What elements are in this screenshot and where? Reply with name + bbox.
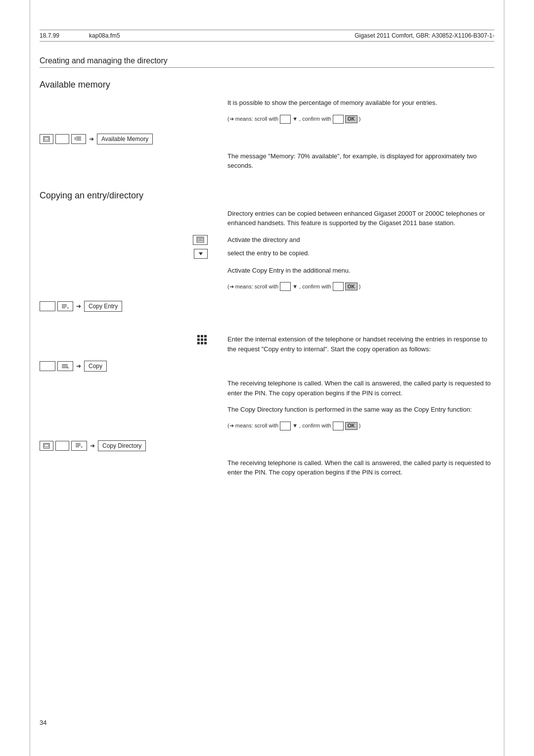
blank-btn-3: [40, 361, 55, 371]
copy-entry-desc2-block: Enter the internal extension of the tele…: [40, 334, 494, 354]
arrow-4: ➔: [90, 442, 95, 449]
svg-text:+: +: [67, 366, 69, 370]
grid-extension-icon: [197, 334, 208, 347]
svg-rect-16: [201, 335, 203, 337]
ok-btn-empty-2: [333, 282, 344, 291]
nav-hint-2: (➔ means: scroll with ▼ , confirm with O…: [227, 282, 494, 291]
svg-rect-7: [198, 238, 203, 241]
copy-entry-controls: + ➔ Copy Entry: [40, 301, 122, 312]
copy-directory-button: Copy Directory: [98, 440, 146, 451]
phone-icon-btn: [40, 134, 53, 144]
available-memory-ui-row: ➔ Available Memory: [40, 134, 494, 144]
ok-btn-empty-1: [333, 115, 344, 124]
grid-icon-svg: [197, 334, 208, 345]
copy-desc4: The Copy Directory function is performed…: [227, 405, 494, 415]
phone-icon: [43, 136, 50, 142]
phone-icon-btn-2: [40, 441, 53, 451]
blank-btn-2: [40, 301, 55, 311]
phone-dir-icon: [193, 235, 208, 245]
available-memory-button: Available Memory: [97, 134, 153, 144]
section-title: Creating and managing the directory: [40, 56, 494, 68]
nav-hint-1: (➔ means: scroll with ▼ , confirm with O…: [227, 115, 494, 124]
arrow-1: ➔: [89, 136, 94, 142]
svg-rect-17: [204, 335, 207, 337]
copy-ui-row: + ➔ Copy: [40, 361, 494, 372]
ok-label-2: OK: [345, 283, 357, 290]
blank-icon-1: [59, 136, 66, 142]
select-entry-text: select the entry to be copied.: [227, 248, 494, 258]
svg-rect-18: [197, 338, 200, 341]
ok-btn-empty-3: [333, 422, 344, 430]
nav-hint-3: (➔ means: scroll with ▼ , confirm with O…: [227, 422, 494, 430]
ok-label-1: OK: [345, 115, 357, 123]
copy-desc5-block: The receiving telephone is called. When …: [40, 458, 494, 477]
available-memory-desc2-block: The message "Memory: 70% available", for…: [40, 151, 494, 171]
copy-controls: + ➔ Copy: [40, 361, 107, 372]
list-icon-btn-2: +: [57, 361, 73, 371]
scroll-arrow-1: ▼: [292, 115, 298, 123]
copy-entry-desc2: Enter the internal extension of the tele…: [227, 334, 494, 354]
copying-desc1: Directory entries can be copied between …: [227, 209, 494, 228]
list-icon: [75, 136, 83, 142]
phone-icon-2: [43, 443, 50, 449]
list-plus-icon-2: +: [75, 442, 84, 449]
nav-hint-block-2: (➔ means: scroll with ▼ , confirm with O…: [40, 282, 494, 294]
chevron-down-icon: [198, 251, 204, 256]
copy-entry-button: Copy Entry: [84, 301, 122, 312]
arrow-2: ➔: [76, 303, 81, 310]
blank-btn-1: [55, 134, 69, 144]
copy-button: Copy: [84, 361, 107, 372]
nav-hint-block-3: (➔ means: scroll with ▼ , confirm with O…: [40, 422, 494, 433]
scroll-arrow-2: ▼: [292, 283, 298, 291]
svg-rect-15: [197, 335, 200, 337]
copy-desc5: The receiving telephone is called. When …: [227, 458, 494, 477]
svg-marker-10: [199, 252, 203, 255]
scroll-btn-3: [280, 422, 291, 430]
available-memory-desc2: The message "Memory: 70% available", for…: [227, 151, 494, 171]
activate-copy-text: Activate Copy Entry in the additional me…: [227, 266, 494, 276]
list-icon-2: +: [61, 363, 70, 370]
list-plus-icon: +: [61, 303, 70, 310]
page-number: 34: [40, 719, 46, 726]
copy-desc4-block: The Copy Directory function is performed…: [40, 405, 494, 415]
svg-rect-20: [204, 338, 207, 341]
available-memory-desc1: It is possible to show the percentage of…: [227, 98, 494, 108]
svg-text:+: +: [81, 445, 83, 449]
scroll-btn-2: [280, 282, 291, 291]
svg-text:+: +: [67, 306, 69, 310]
svg-rect-23: [204, 342, 207, 344]
list-plus-icon-btn: +: [57, 301, 73, 311]
available-memory-controls: ➔ Available Memory: [40, 134, 153, 144]
copy-desc3-block: The receiving telephone is called. When …: [40, 378, 494, 398]
svg-rect-1: [44, 138, 48, 140]
available-memory-heading: Available memory: [40, 80, 494, 90]
svg-rect-19: [201, 338, 203, 341]
list-plus-icon-btn-2: +: [71, 441, 87, 451]
scroll-down-btn: [194, 249, 208, 259]
svg-rect-21: [197, 342, 200, 344]
copy-directory-controls: + ➔ Copy Directory: [40, 440, 146, 451]
scroll-arrow-3: ▼: [292, 422, 298, 430]
header-file: kap08a.fm5: [89, 32, 120, 39]
phone-dir-svg: [196, 236, 204, 243]
blank-btn-4: [55, 441, 69, 451]
arrow-3: ➔: [76, 363, 81, 370]
available-memory-desc1-block: It is possible to show the percentage of…: [40, 98, 494, 108]
page-header: 18.7.99 kap08a.fm5 Gigaset 2011 Comfort,…: [40, 30, 494, 42]
list-icon-btn: [71, 134, 86, 144]
activate-dir-text: Activate the directory and: [227, 235, 494, 245]
svg-rect-29: [44, 444, 48, 447]
nav-hint-block-1: (➔ means: scroll with ▼ , confirm with O…: [40, 115, 494, 127]
header-product: Gigaset 2011 Comfort, GBR: A30852-X1106-…: [355, 32, 494, 39]
activate-dir-block: Activate the directory and select the en…: [40, 235, 494, 259]
ok-label-3: OK: [345, 422, 357, 430]
copying-heading: Copying an entry/directory: [40, 190, 494, 201]
activate-copy-block: Activate Copy Entry in the additional me…: [40, 266, 494, 276]
header-date: 18.7.99: [40, 32, 59, 39]
copy-entry-ui-row: + ➔ Copy Entry: [40, 301, 494, 312]
copying-desc1-block: Directory entries can be copied between …: [40, 209, 494, 228]
copy-desc3: The receiving telephone is called. When …: [227, 378, 494, 398]
copy-directory-ui-row: + ➔ Copy Directory: [40, 440, 494, 451]
svg-rect-22: [201, 342, 203, 344]
scroll-btn-1: [280, 115, 291, 124]
